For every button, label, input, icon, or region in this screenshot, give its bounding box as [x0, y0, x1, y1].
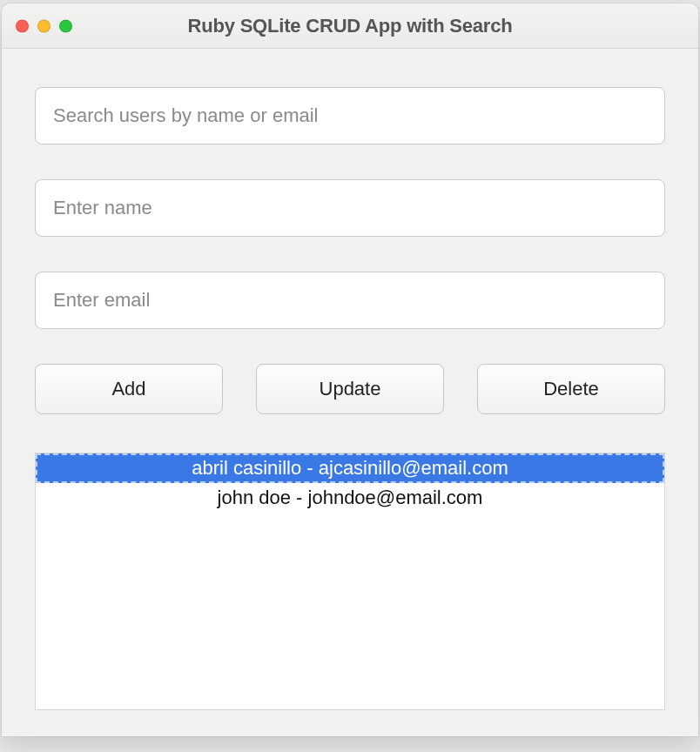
search-input[interactable] [35, 87, 665, 144]
list-item[interactable]: abril casinillo - ajcasinillo@email.com [36, 453, 664, 483]
email-input[interactable] [35, 272, 665, 329]
name-input[interactable] [35, 179, 665, 237]
app-window: Ruby SQLite CRUD App with Search Add Upd… [2, 3, 698, 736]
list-item[interactable]: john doe - johndoe@email.com [36, 483, 664, 513]
spacer [35, 237, 665, 272]
spacer [35, 144, 665, 179]
zoom-icon[interactable] [59, 19, 72, 32]
delete-button[interactable]: Delete [477, 364, 665, 414]
window-title: Ruby SQLite CRUD App with Search [2, 15, 698, 37]
add-button[interactable]: Add [35, 364, 223, 414]
update-button[interactable]: Update [256, 364, 444, 414]
content-area: Add Update Delete abril casinillo - ajca… [2, 49, 698, 736]
window-controls [16, 19, 72, 32]
users-listbox[interactable]: abril casinillo - ajcasinillo@email.comj… [35, 453, 665, 710]
close-icon[interactable] [16, 19, 29, 32]
titlebar: Ruby SQLite CRUD App with Search [2, 3, 698, 49]
button-row: Add Update Delete [35, 364, 665, 414]
minimize-icon[interactable] [37, 19, 50, 32]
